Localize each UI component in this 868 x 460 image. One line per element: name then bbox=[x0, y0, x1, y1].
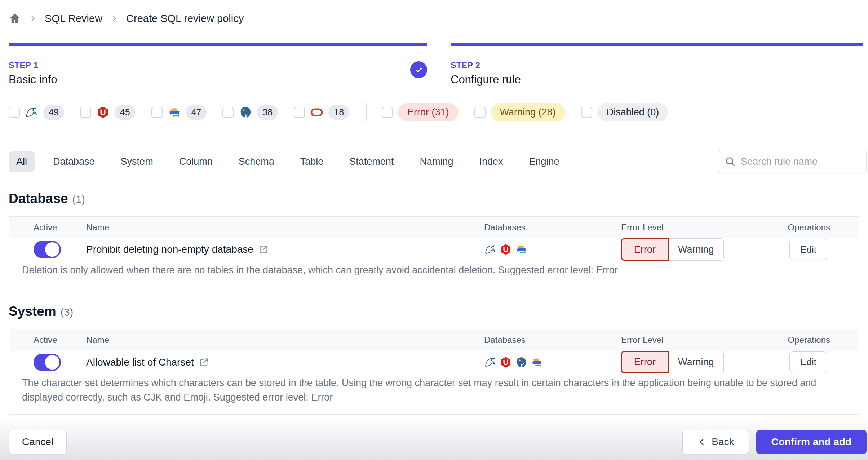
tidb-checkbox[interactable] bbox=[80, 107, 91, 118]
oracle-checkbox[interactable] bbox=[294, 107, 305, 118]
filter-level-error[interactable]: Error (31) bbox=[382, 103, 459, 121]
cancel-button[interactable]: Cancel bbox=[9, 430, 67, 454]
system-rules-table: Active Name Databases Error Level Operat… bbox=[9, 329, 859, 415]
mysql-count-badge: 49 bbox=[43, 105, 64, 120]
column-header-name: Name bbox=[70, 335, 484, 345]
tab-column[interactable]: Column bbox=[172, 151, 220, 172]
postgres-checkbox[interactable] bbox=[222, 107, 234, 118]
table-row: Allowable list of Charset Error Warning … bbox=[9, 351, 859, 414]
rule-active-toggle[interactable] bbox=[34, 241, 61, 258]
step-1-label: STEP 1 bbox=[9, 61, 427, 70]
category-tabs: All Database System Column Schema Table … bbox=[9, 149, 867, 174]
disabled-count-pill: Disabled (0) bbox=[597, 103, 669, 121]
search-rule-box bbox=[718, 150, 867, 173]
disabled-level-checkbox[interactable] bbox=[581, 107, 592, 118]
step-1-title: Basic info bbox=[9, 73, 427, 86]
section-database-title: Database bbox=[9, 191, 68, 206]
filter-engine-mysql[interactable]: 49 bbox=[9, 105, 64, 120]
filter-engine-postgres[interactable]: 38 bbox=[222, 105, 278, 120]
edit-button[interactable]: Edit bbox=[789, 239, 827, 260]
tidb-icon bbox=[500, 356, 512, 368]
step-2-progress-bar bbox=[451, 43, 863, 46]
filter-engine-oceanbase[interactable]: 47 bbox=[151, 105, 207, 120]
tab-system[interactable]: System bbox=[113, 151, 161, 172]
warning-level-checkbox[interactable] bbox=[474, 107, 486, 118]
section-system-count: (3) bbox=[61, 306, 73, 318]
table-row: Prohibit deleting non-empty database Err… bbox=[9, 238, 859, 287]
tab-engine[interactable]: Engine bbox=[521, 151, 567, 172]
check-icon bbox=[414, 65, 424, 75]
column-header-databases: Databases bbox=[484, 222, 621, 233]
tab-database[interactable]: Database bbox=[45, 151, 102, 172]
filter-level-disabled[interactable]: Disabled (0) bbox=[581, 103, 669, 121]
tab-all[interactable]: All bbox=[9, 151, 35, 172]
chevron-right-icon bbox=[110, 14, 118, 22]
tidb-count-badge: 45 bbox=[115, 105, 136, 120]
external-link-icon[interactable] bbox=[258, 244, 269, 255]
oracle-icon bbox=[310, 106, 323, 119]
filter-divider bbox=[366, 103, 367, 121]
rule-databases bbox=[484, 356, 621, 368]
column-header-error-level: Error Level bbox=[621, 335, 776, 345]
column-header-operations: Operations bbox=[776, 335, 859, 345]
column-header-operations: Operations bbox=[776, 222, 859, 233]
section-system-title: System bbox=[9, 304, 56, 319]
column-header-databases: Databases bbox=[484, 335, 621, 345]
filter-level-warning[interactable]: Warning (28) bbox=[474, 103, 565, 121]
oceanbase-icon bbox=[531, 356, 543, 368]
rule-active-toggle[interactable] bbox=[34, 354, 61, 371]
oceanbase-icon bbox=[515, 243, 527, 256]
column-header-error-level: Error Level bbox=[621, 222, 776, 233]
oceanbase-icon bbox=[168, 106, 181, 119]
error-level-option-error[interactable]: Error bbox=[621, 238, 669, 261]
error-level-checkbox[interactable] bbox=[382, 107, 393, 118]
rule-description: Deletion is only allowed when there are … bbox=[9, 261, 859, 287]
tab-schema[interactable]: Schema bbox=[231, 151, 282, 172]
column-header-active: Active bbox=[9, 335, 70, 345]
table-header: Active Name Databases Error Level Operat… bbox=[9, 329, 859, 351]
error-level-option-error[interactable]: Error bbox=[621, 351, 669, 373]
step-1: STEP 1 Basic info bbox=[9, 43, 427, 86]
postgres-icon bbox=[515, 356, 527, 368]
error-level-segmented-control: Error Warning bbox=[621, 238, 724, 261]
step-1-progress-bar bbox=[9, 43, 427, 46]
postgres-icon bbox=[239, 106, 252, 119]
tab-index[interactable]: Index bbox=[471, 151, 510, 172]
home-icon[interactable] bbox=[9, 12, 21, 25]
external-link-icon[interactable] bbox=[199, 357, 209, 367]
error-count-pill: Error (31) bbox=[398, 103, 459, 121]
filter-bar: 49 45 47 38 18 Error (31) War bbox=[9, 103, 859, 121]
filter-engine-tidb[interactable]: 45 bbox=[80, 105, 136, 120]
warning-count-pill: Warning (28) bbox=[491, 103, 565, 121]
create-sql-review-policy-page: SQL Review Create SQL review policy STEP… bbox=[0, 0, 868, 460]
section-database-count: (1) bbox=[72, 194, 85, 205]
confirm-and-add-button[interactable]: Confirm and add bbox=[756, 430, 867, 454]
oceanbase-checkbox[interactable] bbox=[151, 107, 163, 118]
chevron-right-icon bbox=[29, 14, 37, 22]
column-header-active: Active bbox=[9, 222, 70, 233]
rule-databases bbox=[484, 243, 621, 256]
tab-table[interactable]: Table bbox=[293, 151, 331, 172]
section-database: Database (1) Active Name Databases Error… bbox=[9, 191, 859, 287]
step-2: STEP 2 Configure rule bbox=[451, 43, 863, 86]
edit-button[interactable]: Edit bbox=[789, 351, 827, 373]
mysql-icon bbox=[25, 106, 38, 119]
footer-actions: Cancel Back Confirm and add bbox=[9, 430, 867, 454]
error-level-option-warning[interactable]: Warning bbox=[669, 351, 724, 373]
mysql-icon bbox=[484, 356, 496, 368]
column-header-name: Name bbox=[70, 222, 484, 233]
breadcrumb-current-page: Create SQL review policy bbox=[126, 13, 244, 25]
filter-engine-oracle[interactable]: 18 bbox=[294, 105, 349, 120]
tab-naming[interactable]: Naming bbox=[412, 151, 461, 172]
back-button[interactable]: Back bbox=[682, 430, 749, 454]
mysql-checkbox[interactable] bbox=[9, 107, 20, 118]
chevron-left-icon bbox=[697, 437, 707, 447]
stepper: STEP 1 Basic info STEP 2 Configure rule bbox=[0, 43, 868, 86]
error-level-option-warning[interactable]: Warning bbox=[669, 238, 724, 261]
search-input[interactable] bbox=[741, 156, 860, 167]
rule-description: The character set determines which chara… bbox=[9, 373, 859, 414]
tab-statement[interactable]: Statement bbox=[342, 151, 401, 172]
error-level-segmented-control: Error Warning bbox=[621, 351, 724, 373]
tidb-icon bbox=[96, 106, 110, 119]
breadcrumb-sql-review[interactable]: SQL Review bbox=[45, 13, 102, 25]
